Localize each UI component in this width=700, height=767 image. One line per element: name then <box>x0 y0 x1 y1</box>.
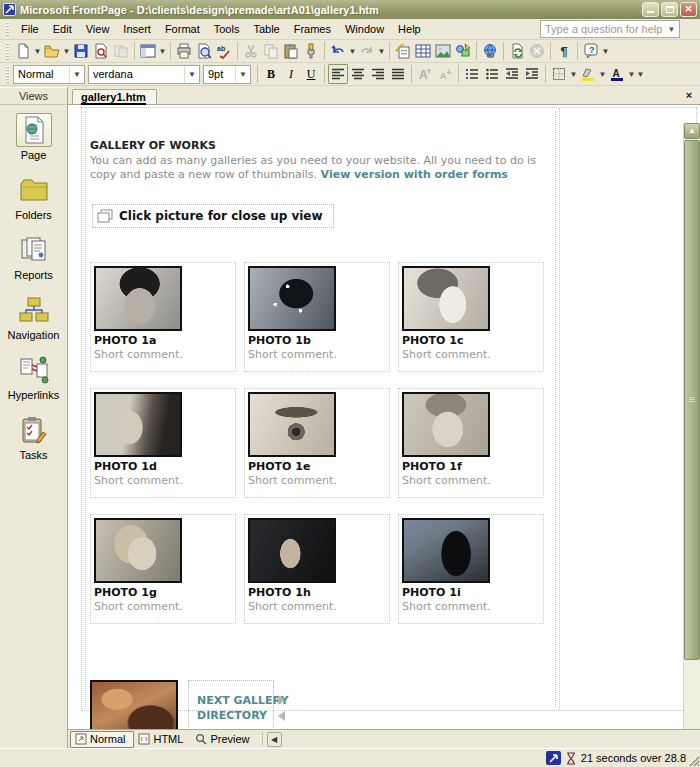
sidebar-item-navigation[interactable]: Navigation <box>0 285 67 345</box>
highlight-button[interactable] <box>578 64 598 84</box>
open-dropdown-icon[interactable]: ▼ <box>62 47 71 56</box>
bold-button[interactable]: B <box>261 64 281 84</box>
photo-thumbnail-1i[interactable] <box>402 518 490 583</box>
tab-preview[interactable]: Preview <box>191 731 257 748</box>
sidebar-item-page[interactable]: Page <box>0 105 67 165</box>
align-center-button[interactable] <box>348 64 368 84</box>
tab-html[interactable]: HTML <box>134 731 191 748</box>
decrease-font-size-button[interactable]: A <box>435 64 455 84</box>
photo-thumbnail-1f[interactable] <box>402 392 490 457</box>
insert-picture-button[interactable] <box>433 41 453 61</box>
print-button[interactable] <box>174 41 194 61</box>
maximize-button[interactable] <box>661 2 678 17</box>
tab-scroll-left-icon[interactable]: ◀ <box>267 732 282 747</box>
insert-table-button[interactable] <box>413 41 433 61</box>
scroll-up-icon[interactable]: ▲ <box>684 123 700 139</box>
increase-indent-button[interactable] <box>522 64 542 84</box>
toggle-pane-dropdown-icon[interactable]: ▼ <box>158 47 167 56</box>
chevron-down-icon[interactable]: ▼ <box>184 66 199 83</box>
publish-web-button[interactable] <box>111 41 131 61</box>
photo-thumbnail-1c[interactable] <box>402 266 490 331</box>
insert-hyperlink-button[interactable] <box>480 41 500 61</box>
photo-thumbnail-1d[interactable] <box>94 392 182 457</box>
stop-button[interactable] <box>527 41 547 61</box>
ask-a-question-box[interactable]: Type a question for help ▼ <box>540 20 680 38</box>
new-page-dropdown-icon[interactable]: ▼ <box>33 47 42 56</box>
resize-grip[interactable] <box>687 754 699 766</box>
menu-table[interactable]: Table <box>246 20 286 38</box>
open-button[interactable] <box>42 41 62 61</box>
toolbar-grip[interactable] <box>6 22 9 37</box>
minimize-button[interactable] <box>642 2 659 17</box>
undo-dropdown-icon[interactable]: ▼ <box>348 47 357 56</box>
spelling-button[interactable]: ab <box>214 41 234 61</box>
new-page-button[interactable] <box>13 41 33 61</box>
vertical-scrollbar[interactable]: ▲ ▼ <box>683 123 700 729</box>
numbering-button[interactable] <box>462 64 482 84</box>
save-button[interactable] <box>71 41 91 61</box>
photo-thumbnail-1h[interactable] <box>248 518 336 583</box>
preview-in-browser-button[interactable] <box>194 41 214 61</box>
scrollbar-thumb[interactable] <box>684 140 700 660</box>
redo-dropdown-icon[interactable]: ▼ <box>377 47 386 56</box>
paste-button[interactable] <box>281 41 301 61</box>
chevron-down-icon[interactable]: ▼ <box>664 25 679 34</box>
font-color-button[interactable]: A <box>607 64 627 84</box>
menu-format[interactable]: Format <box>158 20 207 38</box>
toggle-pane-button[interactable] <box>138 41 158 61</box>
insert-web-component-button[interactable] <box>393 41 413 61</box>
sidebar-item-reports[interactable]: Reports <box>0 225 67 285</box>
show-all-button[interactable]: ¶ <box>554 41 574 61</box>
align-right-button[interactable] <box>368 64 388 84</box>
chevron-down-icon[interactable]: ▼ <box>69 66 84 83</box>
search-button[interactable] <box>91 41 111 61</box>
photo-thumbnail-1b[interactable] <box>248 266 336 331</box>
italic-button[interactable]: I <box>281 64 301 84</box>
decrease-indent-button[interactable] <box>502 64 522 84</box>
chevron-down-icon[interactable]: ▼ <box>235 66 250 83</box>
menu-file[interactable]: File <box>14 20 46 38</box>
next-gallery-thumbnail[interactable] <box>90 680 178 729</box>
toolbar-grip[interactable] <box>6 66 9 83</box>
justify-button[interactable] <box>388 64 408 84</box>
align-left-button[interactable] <box>328 64 348 84</box>
font-color-dropdown-icon[interactable]: ▼ <box>627 70 636 79</box>
close-button[interactable]: ✕ <box>680 2 697 17</box>
help-button[interactable]: ? <box>581 41 601 61</box>
scrollbar-track[interactable] <box>684 661 700 729</box>
menu-insert[interactable]: Insert <box>116 20 158 38</box>
redo-button[interactable] <box>357 41 377 61</box>
undo-button[interactable] <box>328 41 348 61</box>
close-page-icon[interactable]: × <box>682 89 696 103</box>
format-painter-button[interactable] <box>301 41 321 61</box>
toolbar-options-icon[interactable]: ▼ <box>601 47 610 56</box>
highlight-dropdown-icon[interactable]: ▼ <box>598 70 607 79</box>
menu-tools[interactable]: Tools <box>207 20 247 38</box>
photo-thumbnail-1a[interactable] <box>94 266 182 331</box>
toolbar-grip[interactable] <box>6 43 9 60</box>
underline-button[interactable]: U <box>301 64 321 84</box>
font-size-combo[interactable]: 9pt ▼ <box>203 65 251 84</box>
document-tab[interactable]: gallery1.htm <box>72 89 157 104</box>
photo-thumbnail-1g[interactable] <box>94 518 182 583</box>
bullets-button[interactable] <box>482 64 502 84</box>
menu-window[interactable]: Window <box>338 20 391 38</box>
copy-button[interactable] <box>261 41 281 61</box>
toolbar-options-icon[interactable]: ▼ <box>636 70 645 79</box>
menu-edit[interactable]: Edit <box>46 20 79 38</box>
directory-link[interactable]: DIRECTORY <box>197 708 267 723</box>
menu-help[interactable]: Help <box>391 20 428 38</box>
borders-dropdown-icon[interactable]: ▼ <box>569 70 578 79</box>
sidebar-item-tasks[interactable]: Tasks <box>0 405 67 465</box>
increase-font-size-button[interactable]: A <box>415 64 435 84</box>
refresh-button[interactable] <box>507 41 527 61</box>
photo-thumbnail-1e[interactable] <box>248 392 336 457</box>
tab-normal[interactable]: Normal <box>70 731 134 748</box>
style-combo[interactable]: Normal ▼ <box>13 65 85 84</box>
order-forms-link[interactable]: View version with order forms <box>321 168 508 181</box>
drawing-button[interactable] <box>453 41 473 61</box>
cut-button[interactable] <box>241 41 261 61</box>
borders-button[interactable] <box>549 64 569 84</box>
menu-frames[interactable]: Frames <box>287 20 338 38</box>
next-gallery-link[interactable]: NEXT GALLERY <box>197 693 267 708</box>
